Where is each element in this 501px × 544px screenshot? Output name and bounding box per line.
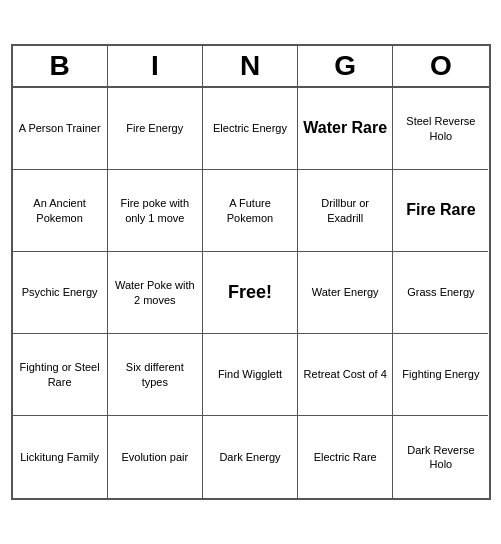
- bingo-cell: Fire Energy: [108, 88, 203, 170]
- bingo-cell: Dark Reverse Holo: [393, 416, 488, 498]
- bingo-cell: A Person Trainer: [13, 88, 108, 170]
- bingo-grid: A Person TrainerFire EnergyElectric Ener…: [13, 88, 489, 498]
- bingo-cell: Free!: [203, 252, 298, 334]
- header-letter: N: [203, 46, 298, 86]
- header-letter: B: [13, 46, 108, 86]
- bingo-cell: Psychic Energy: [13, 252, 108, 334]
- bingo-card: BINGO A Person TrainerFire EnergyElectri…: [11, 44, 491, 500]
- bingo-cell: Drillbur or Exadrill: [298, 170, 393, 252]
- bingo-cell: Find Wigglett: [203, 334, 298, 416]
- bingo-cell: Electric Rare: [298, 416, 393, 498]
- bingo-cell: Steel Reverse Holo: [393, 88, 488, 170]
- bingo-cell: Dark Energy: [203, 416, 298, 498]
- bingo-cell: Retreat Cost of 4: [298, 334, 393, 416]
- bingo-cell: Fighting or Steel Rare: [13, 334, 108, 416]
- header-letter: O: [393, 46, 488, 86]
- header-letter: I: [108, 46, 203, 86]
- bingo-cell: A Future Pokemon: [203, 170, 298, 252]
- bingo-header: BINGO: [13, 46, 489, 88]
- bingo-cell: Electric Energy: [203, 88, 298, 170]
- bingo-cell: Grass Energy: [393, 252, 488, 334]
- bingo-cell: Water Energy: [298, 252, 393, 334]
- bingo-cell: Fighting Energy: [393, 334, 488, 416]
- bingo-cell: Evolution pair: [108, 416, 203, 498]
- bingo-cell: Fire Rare: [393, 170, 488, 252]
- bingo-cell: Lickitung Family: [13, 416, 108, 498]
- bingo-cell: An Ancient Pokemon: [13, 170, 108, 252]
- bingo-cell: Water Rare: [298, 88, 393, 170]
- header-letter: G: [298, 46, 393, 86]
- bingo-cell: Fire poke with only 1 move: [108, 170, 203, 252]
- bingo-cell: Water Poke with 2 moves: [108, 252, 203, 334]
- bingo-cell: Six different types: [108, 334, 203, 416]
